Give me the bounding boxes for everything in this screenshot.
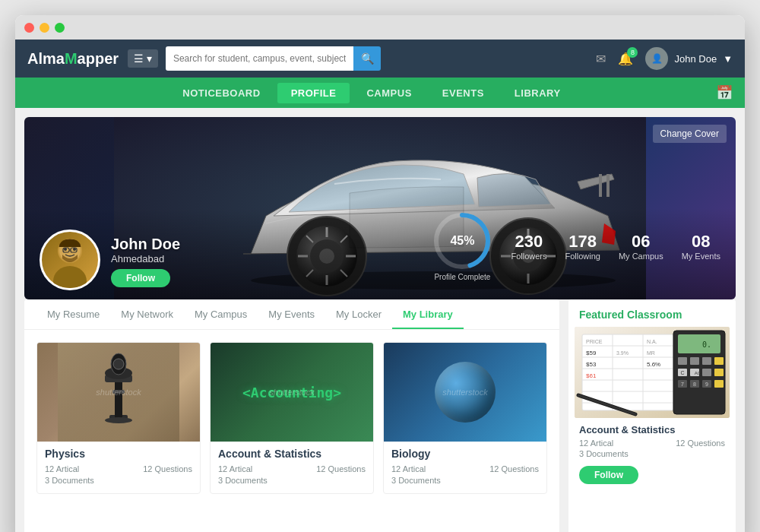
change-cover-button[interactable]: Change Cover xyxy=(653,125,727,143)
search-button[interactable]: 🔍 xyxy=(353,46,381,71)
svg-rect-73 xyxy=(702,369,711,376)
svg-text:9: 9 xyxy=(705,382,708,387)
browser-titlebar xyxy=(15,15,745,40)
svg-text:0.: 0. xyxy=(702,340,711,349)
tab-my-network[interactable]: My Network xyxy=(110,299,184,329)
profile-follow-button[interactable]: Follow xyxy=(111,269,170,287)
biology-sphere xyxy=(435,362,496,423)
profile-name: John Doe xyxy=(111,236,180,253)
notification-badge: 8 xyxy=(627,47,638,58)
svg-rect-68 xyxy=(714,357,724,365)
browser-window: AlmaMapper ☰ ▾ 🔍 ✉ 🔔 8 xyxy=(15,15,745,532)
right-panel: Featured Classroom xyxy=(568,299,736,532)
nav-library[interactable]: LIBRARY xyxy=(501,83,575,103)
biology-meta-2: 3 Documents xyxy=(391,476,539,485)
svg-point-25 xyxy=(53,266,87,288)
library-card-physics: shutterstock Physics 12 Artical 12 Quest… xyxy=(36,342,201,494)
svg-text:$59: $59 xyxy=(586,350,597,356)
progress-label: Profile Complete xyxy=(432,273,492,281)
library-card-accounting: <Accounting> shutterstock Account & Stat… xyxy=(210,342,374,494)
svg-rect-67 xyxy=(702,357,711,365)
svg-point-41 xyxy=(113,359,124,369)
featured-meta-2: 3 Documents xyxy=(579,449,725,458)
secondary-nav: NOTICEBOARD PROFILE CAMPUS EVENTS LIBRAR… xyxy=(15,78,745,108)
svg-rect-42 xyxy=(112,390,125,394)
svg-rect-66 xyxy=(690,357,699,365)
accounting-laptop: <Accounting> xyxy=(211,343,373,442)
nav-campus[interactable]: CAMPUS xyxy=(353,83,425,103)
hamburger-icon: ☰ xyxy=(134,52,144,65)
accounting-meta-2: 3 Documents xyxy=(218,476,366,485)
svg-rect-78 xyxy=(714,380,724,388)
search-bar: 🔍 xyxy=(166,46,381,71)
biology-card-thumbnail: shutterstock xyxy=(384,343,546,442)
nav-noticeboard[interactable]: NOTICEBOARD xyxy=(169,83,274,103)
user-avatar: 👤 xyxy=(645,47,668,70)
nav-links: NOTICEBOARD PROFILE CAMPUS EVENTS LIBRAR… xyxy=(27,83,716,103)
app-container: AlmaMapper ☰ ▾ 🔍 ✉ 🔔 8 xyxy=(15,40,745,532)
mail-button[interactable]: ✉ xyxy=(596,52,606,66)
svg-text:AC: AC xyxy=(695,371,701,375)
svg-text:5.6%: 5.6% xyxy=(647,361,660,368)
biology-card-info: Biology 12 Artical 12 Questions 3 Docume… xyxy=(384,442,546,493)
svg-rect-3 xyxy=(606,174,610,197)
svg-text:7: 7 xyxy=(681,382,684,387)
maximize-btn[interactable] xyxy=(55,23,65,33)
library-cards: shutterstock Physics 12 Artical 12 Quest… xyxy=(24,330,559,506)
profile-info-row: John Doe Ahmedabad Follow 45% xyxy=(24,211,736,299)
svg-text:$53: $53 xyxy=(586,361,597,368)
biology-meta-1: 12 Artical 12 Questions xyxy=(391,464,539,473)
physics-title: Physics xyxy=(45,448,192,460)
menu-button[interactable]: ☰ ▾ xyxy=(128,49,158,68)
tab-my-library[interactable]: My Library xyxy=(392,299,464,329)
stat-events: 08 My Events xyxy=(682,232,720,261)
svg-rect-63 xyxy=(678,334,720,353)
svg-text:$61: $61 xyxy=(586,372,597,379)
main-content: My Resume My Network My Campus My Events… xyxy=(24,299,736,532)
search-input[interactable] xyxy=(166,46,353,71)
stat-campus: 06 My Campus xyxy=(619,232,663,261)
nav-profile[interactable]: PROFILE xyxy=(277,83,350,103)
user-name-label: John Doe xyxy=(674,53,717,65)
svg-rect-2 xyxy=(599,174,602,197)
nav-icons: ✉ 🔔 8 👤 John Doe ▼ xyxy=(596,47,733,70)
close-btn[interactable] xyxy=(24,23,34,33)
profile-city: Ahmedabad xyxy=(111,253,180,264)
library-card-biology: shutterstock Biology 12 Artical 12 Quest… xyxy=(383,342,547,494)
stat-following: 178 Following xyxy=(565,232,600,261)
physics-card-thumbnail: shutterstock xyxy=(37,343,200,442)
search-icon: 🔍 xyxy=(361,52,374,65)
calendar-icon: 📅 xyxy=(716,85,733,100)
featured-follow-button[interactable]: Follow xyxy=(579,466,638,484)
svg-text:PRICE: PRICE xyxy=(586,339,603,344)
minimize-btn[interactable] xyxy=(40,23,49,33)
left-panel: My Resume My Network My Campus My Events… xyxy=(24,299,559,532)
physics-meta-1: 12 Artical 12 Questions xyxy=(45,464,192,473)
svg-point-43 xyxy=(105,417,132,423)
svg-text:8: 8 xyxy=(693,382,696,387)
cover-section: Change Cover xyxy=(24,117,736,299)
featured-info: Account & Statistics 12 Artical 12 Quest… xyxy=(568,418,736,490)
svg-rect-74 xyxy=(714,369,724,376)
notifications-button[interactable]: 🔔 8 xyxy=(618,52,633,66)
nav-events[interactable]: EVENTS xyxy=(429,83,498,103)
svg-text:3.9%: 3.9% xyxy=(616,350,629,356)
biology-title: Biology xyxy=(391,448,539,460)
featured-name: Account & Statistics xyxy=(579,424,725,435)
tab-my-events[interactable]: My Events xyxy=(258,299,325,329)
physics-card-info: Physics 12 Artical 12 Questions 3 Docume… xyxy=(37,442,200,493)
svg-rect-65 xyxy=(678,357,687,365)
stats-area: 45% Profile Complete 230 Followers 178 F… xyxy=(432,211,720,281)
tab-my-campus[interactable]: My Campus xyxy=(184,299,258,329)
tab-my-locker[interactable]: My Locker xyxy=(325,299,392,329)
accounting-card-thumbnail: <Accounting> shutterstock xyxy=(211,343,373,442)
accounting-title: Account & Statistics xyxy=(218,448,366,460)
svg-text:N.A.: N.A. xyxy=(647,339,657,344)
progress-text: 45% xyxy=(450,234,474,248)
svg-rect-37 xyxy=(115,377,122,419)
top-nav: AlmaMapper ☰ ▾ 🔍 ✉ 🔔 8 xyxy=(15,40,745,78)
calendar-button[interactable]: 📅 xyxy=(716,84,733,101)
tab-my-resume[interactable]: My Resume xyxy=(36,299,110,329)
profile-name-area: John Doe Ahmedabad Follow xyxy=(111,236,180,287)
user-menu[interactable]: 👤 John Doe ▼ xyxy=(645,47,733,70)
